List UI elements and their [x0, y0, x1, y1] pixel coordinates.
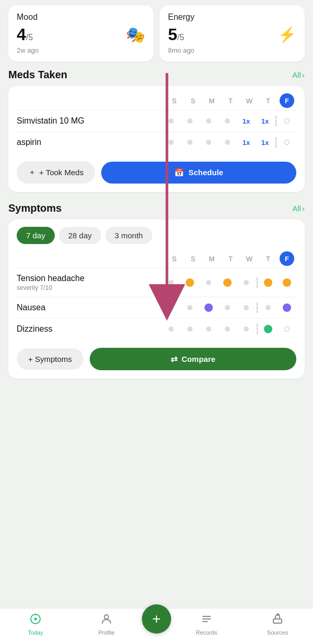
- symptoms-section-header: Symptoms All ›: [8, 202, 305, 214]
- symptom-row-tension[interactable]: Tension headache severity 7/10: [17, 268, 296, 297]
- sym-day-f-today: F: [280, 251, 294, 266]
- meds-all-link[interactable]: All ›: [292, 70, 305, 79]
- add-icon: +: [152, 612, 161, 626]
- tension-severity: severity 7/10: [17, 284, 162, 291]
- nausea-info: Nausea: [17, 303, 162, 312]
- nav-profile[interactable]: Profile: [71, 613, 142, 636]
- compare-label: Compare: [182, 355, 215, 363]
- nav-add-button[interactable]: +: [142, 604, 171, 634]
- svg-point-3: [34, 618, 37, 621]
- med-row-aspirin[interactable]: aspirin 1x 1x: [17, 131, 296, 153]
- mood-card-title: Mood: [17, 13, 145, 22]
- energy-card[interactable]: Energy 5/5 ⚡ 8mo ago: [160, 5, 305, 62]
- sym-day-w: W: [240, 255, 259, 263]
- symptom-row-nausea[interactable]: Nausea: [17, 297, 296, 318]
- symptoms-title: Symptoms: [8, 202, 62, 214]
- bottom-nav: Today Profile + Records: [0, 608, 313, 644]
- svg-point-5: [104, 615, 109, 619]
- records-icon: [200, 613, 213, 628]
- svg-rect-9: [273, 619, 282, 623]
- day-s2: S: [184, 97, 202, 105]
- add-symptoms-label: + Symptoms: [28, 355, 72, 363]
- day-t1: T: [221, 97, 240, 105]
- schedule-button[interactable]: 📅 Schedule: [101, 162, 296, 184]
- symptoms-section: Symptoms All › 7 day 28 day 3 month S S …: [8, 202, 305, 379]
- add-symptoms-button[interactable]: + Symptoms: [17, 348, 83, 370]
- meds-actions: ＋ + Took Meds 📅 Schedule: [17, 161, 296, 184]
- records-label: Records: [196, 629, 218, 636]
- took-meds-icon: ＋: [28, 167, 36, 177]
- sym-day-m: M: [202, 255, 221, 263]
- sources-label: Sources: [267, 629, 288, 636]
- energy-ago: 8mo ago: [168, 46, 296, 54]
- today-icon: [29, 613, 42, 628]
- top-cards-row: Mood 4/5 🎭 2w ago Energy 5/5 ⚡ 8mo ago: [0, 0, 313, 62]
- nausea-name: Nausea: [17, 303, 162, 312]
- symptoms-card: 7 day 28 day 3 month S S M T W T F: [8, 220, 305, 379]
- nav-sources[interactable]: Sources: [242, 613, 313, 636]
- meds-title: Meds Taken: [8, 69, 67, 81]
- med-dots-simvistatin: 1x 1x: [162, 116, 296, 126]
- meds-days-header: S S M T W T F: [17, 93, 296, 108]
- symptoms-all-link[interactable]: All ›: [292, 204, 305, 213]
- profile-label: Profile: [98, 629, 114, 636]
- energy-icon: ⚡: [278, 26, 296, 43]
- symptom-row-dizziness[interactable]: Dizziness: [17, 318, 296, 339]
- took-meds-button[interactable]: ＋ + Took Meds: [17, 161, 95, 184]
- mood-card[interactable]: Mood 4/5 🎭 2w ago: [8, 5, 153, 62]
- symptoms-actions: + Symptoms ⇄ Compare: [17, 348, 296, 370]
- day-s1: S: [165, 97, 184, 105]
- sources-icon: [271, 613, 284, 628]
- mood-icon: 🎭: [126, 26, 145, 44]
- energy-value: 5: [168, 25, 177, 44]
- dizziness-name: Dizziness: [17, 324, 162, 334]
- period-tabs: 7 day 28 day 3 month: [17, 227, 296, 244]
- mood-value: 4: [17, 25, 26, 44]
- tab-28day[interactable]: 28 day: [59, 227, 101, 244]
- compare-button[interactable]: ⇄ Compare: [90, 348, 296, 370]
- day-w: W: [240, 97, 259, 105]
- sym-day-t2: T: [259, 255, 278, 263]
- med-dots-aspirin: 1x 1x: [162, 137, 296, 148]
- med-name-aspirin: aspirin: [17, 138, 162, 147]
- day-m: M: [202, 97, 221, 105]
- profile-icon: [100, 613, 113, 628]
- schedule-label: Schedule: [188, 168, 223, 177]
- day-f-today: F: [280, 93, 294, 108]
- tab-3month[interactable]: 3 month: [105, 227, 152, 244]
- nausea-dots: [162, 302, 296, 313]
- nav-records[interactable]: Records: [171, 613, 242, 636]
- nav-today[interactable]: Today: [0, 613, 71, 636]
- sym-day-t1: T: [221, 255, 240, 263]
- med-row-simvistatin[interactable]: Simvistatin 10 MG 1x 1x: [17, 110, 296, 131]
- took-meds-label: + Took Meds: [39, 168, 83, 177]
- dizziness-dots: [162, 324, 296, 334]
- symptoms-days-header: S S M T W T F: [17, 251, 296, 266]
- dizziness-info: Dizziness: [17, 324, 162, 334]
- today-label: Today: [28, 629, 43, 636]
- meds-card: S S M T W T F Simvistatin 10 MG: [8, 86, 305, 192]
- energy-denom: /5: [177, 33, 184, 42]
- mood-denom: /5: [26, 33, 33, 42]
- meds-section: Meds Taken All › S S M T W T F: [8, 69, 305, 192]
- compare-icon: ⇄: [171, 354, 177, 364]
- mood-ago: 2w ago: [17, 46, 145, 54]
- tension-dots: [162, 277, 296, 288]
- med-name-simvistatin: Simvistatin 10 MG: [17, 116, 162, 126]
- sym-day-s1: S: [165, 255, 184, 263]
- day-t2: T: [259, 97, 278, 105]
- tension-name: Tension headache: [17, 274, 162, 283]
- energy-card-title: Energy: [168, 13, 296, 22]
- schedule-icon: 📅: [174, 168, 184, 177]
- tension-info: Tension headache severity 7/10: [17, 274, 162, 291]
- tab-7day[interactable]: 7 day: [17, 227, 55, 244]
- meds-section-header: Meds Taken All ›: [8, 69, 305, 81]
- sym-day-s2: S: [184, 255, 202, 263]
